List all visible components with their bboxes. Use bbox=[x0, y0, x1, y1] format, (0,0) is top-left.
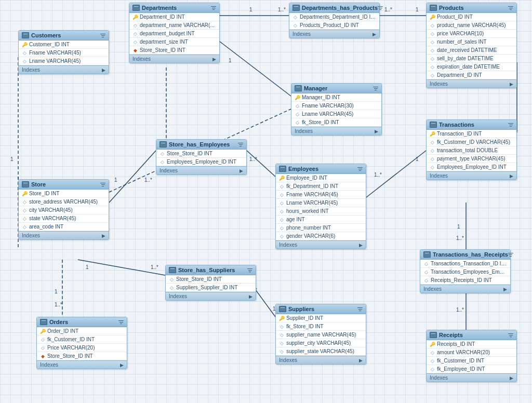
indexes-arrow[interactable]: ▶ bbox=[102, 233, 105, 238]
filter-icon[interactable] bbox=[211, 5, 216, 10]
indexes-arrow[interactable]: ▶ bbox=[359, 243, 363, 248]
table-type-icon bbox=[430, 5, 437, 11]
filter-icon[interactable] bbox=[357, 306, 363, 312]
svg-text:1: 1 bbox=[55, 289, 58, 294]
fk-icon: ◇ bbox=[132, 23, 138, 28]
field-text: Supplier_ID INT bbox=[286, 315, 323, 321]
table-field: ◇ transaction_total DOUBLE bbox=[427, 146, 516, 155]
table-header-left: Store bbox=[22, 181, 46, 187]
indexes-arrow[interactable]: ▶ bbox=[375, 129, 378, 134]
table-field: ◇ state VARCHAR(45) bbox=[19, 214, 109, 223]
table-indexes: Indexes ▶ bbox=[289, 30, 379, 38]
filter-icon[interactable] bbox=[508, 122, 513, 127]
field-text: Store_Store_ID INT bbox=[176, 276, 222, 282]
fk-red-icon: ◆ bbox=[40, 354, 45, 359]
table-field: ◇ Price VARCHAR(20) bbox=[37, 344, 127, 352]
field-text: fk_Customer_ID VARCHAR(45) bbox=[437, 139, 510, 145]
indexes-arrow[interactable]: ▶ bbox=[240, 168, 243, 173]
indexes-label: Indexes bbox=[279, 242, 297, 248]
filter-icon[interactable] bbox=[247, 267, 252, 273]
field-text: hours_worked INT bbox=[286, 208, 329, 214]
field-text: Employees_Employee_ID INT bbox=[437, 164, 507, 170]
table-field: 🔑 Product_ID INT bbox=[427, 13, 516, 21]
table-field: ◇ department_size INT bbox=[129, 38, 219, 46]
indexes-arrow[interactable]: ▶ bbox=[510, 173, 513, 179]
fk-icon: ◇ bbox=[430, 31, 435, 36]
field-text: Order_ID INT bbox=[47, 328, 78, 334]
table-field: ◇ hours_worked INT bbox=[276, 207, 366, 216]
table-header-left: Transactions bbox=[430, 122, 474, 128]
table-field: ◇ Department_ID INT bbox=[427, 71, 516, 79]
svg-text:1: 1 bbox=[229, 58, 232, 63]
table-manager: Manager 🔑 Manager_ID INT ◇ Fname VARCHAR… bbox=[291, 83, 382, 136]
filter-icon[interactable] bbox=[508, 332, 513, 338]
fk-icon: ◇ bbox=[169, 285, 174, 290]
indexes-arrow[interactable]: ▶ bbox=[373, 32, 376, 37]
svg-text:1..*: 1..* bbox=[456, 235, 464, 241]
table-field: ◇ Transactions_Employees_Employee_ID INT bbox=[420, 268, 510, 276]
fk-icon: ◇ bbox=[430, 64, 435, 70]
table-field: ◇ number_of_sales INT bbox=[427, 38, 516, 46]
indexes-arrow[interactable]: ▶ bbox=[102, 68, 105, 73]
filter-icon[interactable] bbox=[238, 142, 243, 147]
table-title: Suppliers bbox=[288, 306, 314, 312]
fk-icon: ◇ bbox=[430, 156, 435, 162]
field-text: Fname VARCHAR(30) bbox=[302, 103, 354, 109]
field-text: Customer_ID INT bbox=[29, 42, 70, 47]
table-header-manager: Manager bbox=[291, 84, 381, 93]
field-text: age INT bbox=[286, 217, 305, 222]
table-header-left: Employees bbox=[279, 166, 318, 172]
field-text: Department_ID INT bbox=[140, 14, 185, 20]
svg-text:1..*: 1..* bbox=[249, 156, 257, 162]
filter-icon[interactable] bbox=[378, 5, 383, 10]
table-field: ◇ Employees_Employee_ID INT bbox=[156, 158, 246, 166]
filter-icon[interactable] bbox=[373, 86, 378, 91]
table-title: Store_has_Employees bbox=[169, 141, 230, 147]
field-text: Price VARCHAR(20) bbox=[47, 345, 95, 351]
field-text: supplier_name VARCHAR(45) bbox=[286, 332, 356, 338]
fk-icon: ◇ bbox=[22, 50, 27, 56]
indexes-arrow[interactable]: ▶ bbox=[510, 82, 513, 87]
pk-icon: 🔑 bbox=[430, 342, 435, 347]
filter-icon[interactable] bbox=[118, 319, 124, 325]
indexes-arrow[interactable]: ▶ bbox=[503, 287, 507, 292]
filter-icon[interactable] bbox=[508, 5, 513, 10]
fk-icon: ◇ bbox=[159, 159, 165, 165]
table-type-icon bbox=[295, 85, 302, 91]
fk-icon: ◇ bbox=[22, 208, 27, 213]
table-header-store: Store bbox=[19, 180, 109, 190]
fk-icon: ◇ bbox=[430, 73, 435, 78]
filter-icon[interactable] bbox=[100, 182, 105, 187]
indexes-arrow[interactable]: ▶ bbox=[510, 375, 513, 381]
filter-icon[interactable] bbox=[357, 166, 363, 171]
indexes-arrow[interactable]: ▶ bbox=[212, 57, 216, 62]
field-text: Receipts_ID INT bbox=[437, 341, 475, 347]
indexes-label: Indexes bbox=[169, 293, 187, 299]
svg-text:1: 1 bbox=[416, 7, 419, 12]
table-type-icon bbox=[132, 5, 140, 11]
table-field: ◇ sell_by_date DATETIME bbox=[427, 55, 516, 63]
table-header-left: Products bbox=[430, 5, 464, 11]
filter-icon[interactable] bbox=[100, 33, 105, 38]
indexes-arrow[interactable]: ▶ bbox=[120, 362, 124, 368]
indexes-arrow[interactable]: ▶ bbox=[249, 294, 252, 299]
table-header-transactions_has_receipts: Transactions_has_Receipts bbox=[420, 250, 510, 260]
fk-icon: ◇ bbox=[430, 23, 435, 28]
field-text: phone_number INT bbox=[286, 225, 331, 231]
field-text: Transactions_Transaction_ID INT bbox=[431, 261, 507, 266]
field-text: Fname VARCHAR(45) bbox=[286, 192, 338, 197]
fk-icon: ◇ bbox=[295, 103, 300, 109]
table-field: ◇ Store_Store_ID INT bbox=[166, 275, 256, 284]
indexes-label: Indexes bbox=[40, 362, 58, 368]
fk-icon: ◇ bbox=[430, 165, 435, 170]
field-text: Store_Store_ID INT bbox=[167, 151, 212, 156]
table-indexes: Indexes ▶ bbox=[427, 171, 516, 180]
filter-icon[interactable] bbox=[508, 252, 513, 257]
table-field: 🔑 Transaction_ID INT bbox=[427, 130, 516, 138]
table-title: Products bbox=[439, 5, 464, 11]
indexes-arrow[interactable]: ▶ bbox=[359, 358, 363, 363]
table-field: ◇ Transactions_Transaction_ID INT bbox=[420, 260, 510, 268]
field-text: payment_type VARCHAR(45) bbox=[437, 156, 506, 162]
table-field: ◇ city VARCHAR(45) bbox=[19, 206, 109, 214]
table-type-icon bbox=[430, 332, 437, 338]
